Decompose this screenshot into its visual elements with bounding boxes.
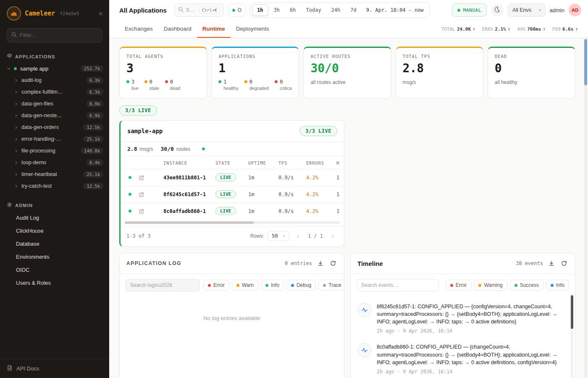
scrollbar-thumb[interactable]: [584, 39, 587, 85]
level-dot: [478, 284, 481, 287]
status-dot: [218, 80, 221, 83]
chevron-right-icon: [14, 184, 18, 188]
tab-deployments[interactable]: Deployments: [231, 20, 275, 38]
sidebar-item-audit-log[interactable]: audit-log 6.3k: [0, 74, 109, 86]
avatar[interactable]: AD: [569, 4, 581, 16]
stat-card-total-tps: TOTAL TPS 2.8 msg/s: [396, 47, 483, 99]
filter-chip-warning[interactable]: Warning: [474, 280, 507, 291]
refresh-icon[interactable]: [329, 259, 337, 268]
sidebar-item-data-gen-orders[interactable]: data-gen-orders 12.5k: [0, 121, 109, 133]
manual-mode-button[interactable]: MANUAL: [452, 3, 487, 17]
admin-item-oidc[interactable]: OIDC: [0, 263, 109, 276]
sidebar-item-sample-app[interactable]: sample app 252.7k: [0, 63, 109, 74]
sidebar-item-error-handling[interactable]: error-handling-… 25.1k: [0, 133, 109, 145]
timeline-scrollbar[interactable]: [571, 294, 573, 378]
filter-chip-error[interactable]: Error: [446, 280, 472, 291]
metric-value: 2.1%: [495, 26, 506, 32]
admin-item-users-roles[interactable]: Users & Roles: [0, 276, 109, 289]
external-link-icon[interactable]: [139, 209, 160, 214]
table-row[interactable]: 8c0affadb860-1 LIVE 1m 0.9/s 4.2% 1: [121, 202, 344, 219]
sidebar-item-timer-heartbeat[interactable]: timer-heartbeat 25.1k: [0, 168, 109, 180]
col-uptime: UPTIME: [248, 160, 278, 165]
tabs-bar: Exchanges Dashboard Runtime Deployments …: [109, 20, 588, 38]
sidebar-item-data-gen-files[interactable]: data-gen-files 8.9k: [0, 98, 109, 110]
sidebar-item-complex-fulfillment[interactable]: complex-fulfillm… 6.3k: [0, 86, 109, 98]
timeline-event[interactable]: 8f6245c61d57-1: CONFIG_APPLIED — {config…: [357, 298, 566, 339]
external-link-icon[interactable]: [139, 175, 160, 180]
rows-per-page-select[interactable]: 50 ▾: [268, 231, 289, 241]
user-name: admin: [550, 7, 564, 13]
log-level-filters: Error Warn Info Debug Trace: [203, 280, 344, 291]
timeline-search-input[interactable]: [357, 279, 439, 291]
level-dot: [323, 284, 326, 287]
timeline-events-count: 38 events: [516, 260, 543, 266]
tree-item-label: error-handling-…: [21, 136, 61, 142]
tab-dashboard[interactable]: Dashboard: [158, 20, 197, 38]
tab-exchanges[interactable]: Exchanges: [119, 20, 158, 38]
table-row[interactable]: 8f6245c61d57-1 LIVE 1m 0.9/s 4.2% 1: [121, 186, 344, 202]
download-icon[interactable]: [316, 259, 325, 268]
page-title: All Applications: [119, 7, 167, 14]
log-card-header: APPLICATION LOG 0 entries: [120, 253, 344, 274]
refresh-icon[interactable]: [560, 259, 568, 268]
live-summary-badge: 3/3 LIVE: [119, 105, 157, 116]
table-row[interactable]: 43ee9811b801-1 LIVE 1m 0.9/s 4.2% 1: [121, 169, 344, 186]
scrollbar-thumb[interactable]: [571, 295, 573, 329]
filter-chip-warn[interactable]: Warn: [232, 280, 258, 291]
filter-chip-success[interactable]: Success: [510, 280, 543, 291]
breakdown-num: 0: [170, 79, 180, 86]
time-range-24h[interactable]: 24h: [327, 5, 345, 16]
metric-label: AVG: [517, 26, 525, 32]
sidebar-item-loop-demo[interactable]: loop-demo 8.4k: [0, 157, 109, 168]
sidebar-item-try-catch-test[interactable]: try-catch-test 12.5k: [0, 180, 109, 192]
tab-runtime[interactable]: Runtime: [197, 20, 231, 38]
environment-select[interactable]: All Envs ▾: [508, 3, 546, 17]
filter-chip-info[interactable]: Info: [261, 280, 284, 291]
next-page-button[interactable]: ›: [327, 231, 338, 242]
arrow-up-icon: ↑: [543, 26, 546, 32]
api-docs-link[interactable]: API Docs: [0, 359, 109, 378]
admin-item-database[interactable]: Database: [0, 237, 109, 250]
time-range-1h[interactable]: 1h: [252, 4, 268, 16]
sidebar-collapse-button[interactable]: «: [99, 10, 102, 17]
tree-item-label: data-gen-neste…: [21, 113, 62, 118]
environment-value: All Envs: [512, 7, 531, 13]
time-range-3h[interactable]: 3h: [269, 5, 284, 16]
timeline-events-list: 8f6245c61d57-1: CONFIG_APPLIED — {config…: [351, 297, 575, 378]
timeline-event[interactable]: 8c0affadb860-1: CONFIG_APPLIED — {change…: [357, 339, 566, 378]
status-dot: [129, 210, 131, 213]
filter-chip-trace[interactable]: Trace: [318, 280, 344, 291]
scrollbar-thumb[interactable]: [125, 221, 254, 224]
time-range-group: 1h 3h 6h Today 24h 7d 9. Apr. 18:04 — no…: [250, 3, 430, 18]
horizontal-scrollbar[interactable]: [125, 221, 340, 224]
date-range-display[interactable]: 9. Apr. 18:04 — now: [362, 7, 428, 13]
filter-chip-error[interactable]: Error: [203, 280, 229, 291]
admin-item-environments[interactable]: Environments: [0, 250, 109, 263]
activity-icon: [357, 303, 372, 317]
application-card-sample-app: sample-app 3/3 LIVE 2.8 msg/s 30/0 route…: [119, 120, 344, 247]
sidebar-item-data-gen-nested[interactable]: data-gen-neste… 6.9k: [0, 110, 109, 121]
filter-chip-info[interactable]: Info: [546, 280, 569, 291]
uptime-cell: 1m: [248, 175, 278, 181]
filter-chip-debug[interactable]: Debug: [286, 280, 316, 291]
prev-page-button[interactable]: ‹: [293, 231, 304, 242]
main-scrollbar[interactable]: [584, 38, 587, 378]
table-footer: 1-3 of 3 Rows: 50 ▾ ‹ 1 / 1 ›: [121, 226, 344, 247]
dark-mode-toggle[interactable]: [491, 4, 504, 16]
filter-input[interactable]: [20, 32, 98, 38]
sidebar-item-file-processing[interactable]: file-processing 140.8k: [0, 145, 109, 157]
log-search-input[interactable]: [126, 279, 200, 291]
download-icon[interactable]: [547, 259, 556, 268]
chevron-right-icon: [14, 161, 18, 165]
live-indicator-toggle[interactable]: O: [228, 3, 246, 17]
time-range-7d[interactable]: 7d: [346, 5, 361, 16]
search-input[interactable]: [186, 7, 197, 13]
stat-value: 1: [218, 62, 292, 75]
time-range-today[interactable]: Today: [302, 5, 326, 16]
admin-item-clickhouse[interactable]: ClickHouse: [0, 224, 109, 237]
admin-item-audit-log[interactable]: Audit Log: [0, 211, 109, 224]
breakdown-dead: 0dead: [165, 79, 180, 92]
external-link-icon[interactable]: [139, 192, 160, 197]
time-range-6h[interactable]: 6h: [285, 5, 300, 16]
stat-title: DEAD: [495, 54, 568, 59]
